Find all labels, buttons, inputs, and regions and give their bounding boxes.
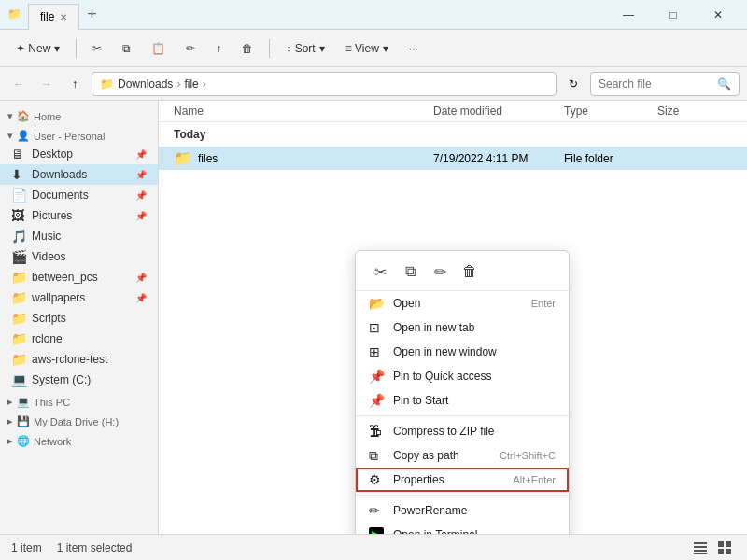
new-window-icon: ⊞ (369, 344, 384, 359)
sidebar-item-desktop[interactable]: 🖥 Desktop 📌 (0, 144, 158, 164)
sidebar-item-pictures[interactable]: 🖼 Pictures 📌 (0, 205, 158, 226)
ctx-pin-quick[interactable]: 📌 Pin to Quick access (356, 364, 569, 388)
ctx-open-terminal[interactable]: ▶ Open in Terminal (356, 523, 569, 534)
share-icon: ↑ (216, 42, 221, 55)
pin-icon: 📌 (135, 149, 147, 160)
home-label: Home (34, 111, 61, 122)
col-date-header[interactable]: Date modified (433, 105, 564, 118)
sidebar-item-documents[interactable]: 📄 Documents 📌 (0, 185, 158, 205)
network-arrow: ▸ (7, 435, 13, 447)
up-button[interactable]: ↑ (63, 73, 86, 95)
svg-rect-1 (694, 546, 707, 548)
svg-rect-2 (694, 550, 707, 552)
file-row-files[interactable]: 📁 files 7/19/2022 4:11 PM File folder (159, 147, 747, 170)
user-label: User - Personal (34, 131, 105, 142)
ctx-delete-button[interactable]: 🗑 (457, 259, 483, 285)
file-type: File folder (564, 152, 657, 165)
copy-icon: ⧉ (122, 42, 131, 55)
back-button[interactable]: ← (7, 73, 30, 95)
pin-icon: 📌 (135, 170, 147, 180)
ctx-rename-button[interactable]: ✏ (427, 259, 453, 285)
cut-button[interactable]: ✂ (84, 37, 110, 60)
new-label: ✦ New (16, 42, 50, 55)
ctx-open-new-tab[interactable]: ⊡ Open in new tab (356, 315, 569, 340)
search-box[interactable]: 🔍 (590, 72, 740, 96)
active-tab[interactable]: file ✕ (28, 4, 79, 30)
ctx-open-new-window[interactable]: ⊞ Open in new window (356, 340, 569, 364)
folder-icon: 📁 (100, 77, 114, 91)
close-button[interactable]: ✕ (697, 0, 740, 30)
sidebar-section-network[interactable]: ▸ 🌐 Network (0, 429, 158, 449)
sidebar-item-music[interactable]: 🎵 Music (0, 226, 158, 246)
new-button[interactable]: ✦ New ▾ (7, 37, 68, 60)
sidebar-item-label: Desktop (32, 147, 73, 161)
ctx-copy-path[interactable]: ⧉ Copy as path Ctrl+Shift+C (356, 443, 569, 468)
file-name: files (198, 152, 433, 165)
refresh-button[interactable]: ↻ (562, 73, 585, 95)
sidebar-item-rclone[interactable]: 📁 rclone (0, 329, 158, 349)
sidebar-item-scripts[interactable]: 📁 Scripts (0, 308, 158, 329)
view-button[interactable]: ≡ View ▾ (337, 37, 397, 60)
sidebar-item-between-pcs[interactable]: 📁 between_pcs 📌 (0, 267, 158, 287)
share-button[interactable]: ↑ (207, 37, 230, 60)
sidebar-section-home[interactable]: ▾ 🏠 Home (0, 105, 158, 124)
column-headers: Name Date modified Type Size (159, 101, 747, 122)
paste-button[interactable]: 📋 (143, 37, 174, 60)
ctx-copy-button[interactable]: ⧉ (397, 259, 423, 285)
tiles-view-button[interactable] (713, 538, 736, 558)
svg-rect-0 (694, 542, 707, 544)
copy-button[interactable]: ⧉ (114, 37, 139, 60)
ctx-powerrename[interactable]: ✏ PowerRename (356, 498, 569, 523)
delete-button[interactable]: 🗑 (233, 37, 261, 60)
sidebar-item-system-c[interactable]: 💻 System (C:) (0, 370, 158, 390)
breadcrumb-downloads[interactable]: Downloads (118, 77, 173, 91)
sort-button[interactable]: ↕ Sort ▾ (277, 37, 332, 60)
sidebar-section-data-drive[interactable]: ▸ 💾 My Data Drive (H:) (0, 410, 158, 429)
tab-close-button[interactable]: ✕ (60, 12, 67, 22)
sidebar-item-wallpapers[interactable]: 📁 wallpapers 📌 (0, 287, 158, 308)
sidebar-item-label: Music (32, 230, 61, 243)
new-tab-icon: ⊡ (369, 320, 384, 335)
sidebar-section-this-pc[interactable]: ▸ 💻 This PC (0, 390, 158, 410)
search-input[interactable] (599, 77, 713, 91)
col-size-header[interactable]: Size (657, 105, 732, 118)
breadcrumb-file[interactable]: file (184, 77, 198, 91)
pin-icon: 📌 (135, 190, 147, 201)
home-icon: 🏠 (17, 110, 30, 122)
sidebar-item-label: Downloads (32, 168, 87, 181)
ctx-compress-zip[interactable]: 🗜 Compress to ZIP file (356, 419, 569, 443)
minimize-button[interactable]: — (607, 0, 650, 30)
ctx-cut-button[interactable]: ✂ (367, 259, 393, 285)
view-label: ≡ View (345, 42, 379, 55)
home-arrow: ▾ (7, 110, 13, 122)
maximize-button[interactable]: □ (652, 0, 695, 30)
rename-button[interactable]: ✏ (177, 37, 204, 60)
group-today-header: Today (159, 122, 747, 147)
sidebar-section-user[interactable]: ▾ 👤 User - Personal (0, 124, 158, 144)
ctx-properties[interactable]: ⚙ Properties Alt+Enter (356, 468, 569, 492)
tiles-view-icon (717, 540, 732, 555)
sidebar-item-label: wallpapers (32, 291, 85, 304)
titlebar: 📁 file ✕ + — □ ✕ (0, 0, 747, 30)
sidebar-item-downloads[interactable]: ⬇ Downloads 📌 (0, 164, 158, 185)
sidebar-item-aws[interactable]: 📁 aws-rclone-test (0, 349, 158, 370)
pin-start-icon: 📌 (369, 393, 384, 408)
tab-title: file (40, 10, 54, 23)
ctx-separator-1 (356, 415, 569, 416)
ctx-open[interactable]: 📂 Open Enter (356, 291, 569, 315)
rename-icon: ✏ (186, 42, 195, 55)
new-tab-button[interactable]: + (79, 5, 105, 24)
properties-icon: ⚙ (369, 472, 384, 487)
address-box[interactable]: 📁 Downloads › file › (92, 72, 557, 96)
col-name-header[interactable]: Name (174, 105, 433, 118)
ctx-pin-start[interactable]: 📌 Pin to Start (356, 388, 569, 413)
col-type-header[interactable]: Type (564, 105, 657, 118)
ctx-pin-quick-label: Pin to Quick access (393, 370, 491, 383)
more-button[interactable]: ··· (401, 37, 427, 60)
forward-button[interactable]: → (35, 73, 58, 95)
details-view-button[interactable] (689, 538, 712, 558)
folder-icon: 📁 (11, 270, 26, 285)
sidebar-item-videos[interactable]: 🎬 Videos (0, 246, 158, 267)
view-arrow: ▾ (383, 42, 388, 55)
new-arrow: ▾ (54, 42, 60, 55)
